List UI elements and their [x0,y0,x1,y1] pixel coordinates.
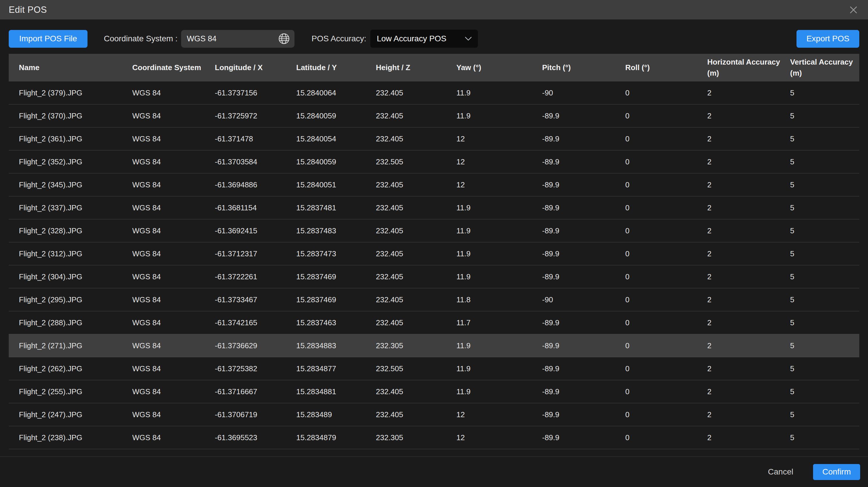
globe-icon[interactable] [278,32,290,45]
confirm-button[interactable]: Confirm [813,464,860,480]
cell-yaw: 11.9 [456,249,542,258]
cell-roll: 0 [625,387,707,396]
column-header-roll: Roll (°) [625,59,707,76]
cell-height-z: 232.305 [376,433,456,442]
cell-name: Flight_2 (255).JPG [9,387,132,396]
cell-horizontal-accuracy: 2 [707,433,790,442]
cell-pitch: -89.9 [542,226,625,235]
cell-vertical-accuracy: 5 [790,180,859,190]
close-icon[interactable] [848,4,859,16]
cell-roll: 0 [625,203,707,212]
import-pos-file-button[interactable]: Import POS File [9,30,88,48]
cell-vertical-accuracy: 5 [790,157,859,166]
cell-latitude-y: 15.2840059 [296,157,376,166]
cell-latitude-y: 15.2837469 [296,295,376,304]
table-row[interactable]: Flight_2 (370).JPGWGS 84-61.372597215.28… [9,105,859,127]
table-row[interactable]: Flight_2 (247).JPGWGS 84-61.370671915.28… [9,403,859,426]
cell-height-z: 232.305 [376,341,456,350]
cell-vertical-accuracy: 5 [790,135,859,143]
column-header-longitude-x: Longitude / X [215,59,296,76]
table-row[interactable]: Flight_2 (238).JPGWGS 84-61.369552315.28… [9,426,859,449]
cell-vertical-accuracy: 5 [790,410,859,419]
table-row[interactable]: Flight_2 (288).JPGWGS 84-61.374216515.28… [9,311,859,334]
cell-coordinate-system: WGS 84 [132,433,215,442]
cell-vertical-accuracy: 5 [790,203,859,212]
cell-vertical-accuracy: 5 [790,318,859,327]
cell-roll: 0 [625,88,707,97]
cell-name: Flight_2 (312).JPG [9,249,132,258]
cell-name: Flight_2 (262).JPG [9,364,132,373]
cell-yaw: 11.9 [456,364,542,373]
cell-longitude-x: -61.3681154 [215,203,296,212]
cell-coordinate-system: WGS 84 [132,387,215,396]
cell-longitude-x: -61.3695523 [215,433,296,442]
cell-coordinate-system: WGS 84 [132,364,215,373]
table-row[interactable]: Flight_2 (361).JPGWGS 84-61.37147815.284… [9,127,859,150]
cell-horizontal-accuracy: 2 [707,272,790,281]
cell-coordinate-system: WGS 84 [132,88,215,97]
cell-yaw: 12 [456,433,542,442]
cell-latitude-y: 15.2834881 [296,387,376,396]
cell-vertical-accuracy: 5 [790,433,859,442]
table-row[interactable]: Flight_2 (312).JPGWGS 84-61.371231715.28… [9,242,859,265]
cell-pitch: -89.9 [542,410,625,419]
cell-name: Flight_2 (295).JPG [9,295,132,304]
cell-longitude-x: -61.371478 [215,135,296,143]
cell-pitch: -89.9 [542,433,625,442]
cell-latitude-y: 15.2834879 [296,433,376,442]
cancel-button[interactable]: Cancel [763,464,798,480]
cell-latitude-y: 15.2840054 [296,135,376,143]
cell-longitude-x: -61.3694886 [215,180,296,190]
cell-latitude-y: 15.2834877 [296,364,376,373]
cell-longitude-x: -61.3737156 [215,88,296,97]
cell-height-z: 232.405 [376,295,456,304]
table-row[interactable]: Flight_2 (337).JPGWGS 84-61.368115415.28… [9,196,859,219]
cell-yaw: 11.9 [456,226,542,235]
table-row[interactable]: Flight_2 (262).JPGWGS 84-61.372538215.28… [9,357,859,380]
cell-name: Flight_2 (337).JPG [9,203,132,212]
cell-longitude-x: -61.3706719 [215,410,296,419]
page-title: Edit POS [9,5,47,15]
cell-name: Flight_2 (352).JPG [9,157,132,166]
table-row[interactable]: Flight_2 (379).JPGWGS 84-61.373715615.28… [9,82,859,105]
column-header-latitude-y: Latitude / Y [296,59,376,76]
cell-coordinate-system: WGS 84 [132,249,215,258]
cell-yaw: 11.9 [456,203,542,212]
cell-latitude-y: 15.2837469 [296,272,376,281]
pos-accuracy-select[interactable]: Low Accuracy POS [370,30,478,48]
pos-accuracy-label: POS Accuracy: [312,34,366,44]
cell-latitude-y: 15.2840051 [296,180,376,190]
cell-height-z: 232.405 [376,249,456,258]
cell-longitude-x: -61.3736629 [215,341,296,350]
cell-pitch: -89.9 [542,364,625,373]
cell-name: Flight_2 (379).JPG [9,88,132,97]
cell-vertical-accuracy: 5 [790,249,859,258]
cell-pitch: -89.9 [542,180,625,190]
cell-coordinate-system: WGS 84 [132,203,215,212]
table-row[interactable]: Flight_2 (352).JPGWGS 84-61.370358415.28… [9,150,859,173]
cell-coordinate-system: WGS 84 [132,135,215,143]
table-row[interactable]: Flight_2 (295).JPGWGS 84-61.373346715.28… [9,288,859,311]
cell-pitch: -90 [542,295,625,304]
cell-height-z: 232.405 [376,111,456,120]
export-pos-button[interactable]: Export POS [797,30,859,48]
cell-coordinate-system: WGS 84 [132,318,215,327]
table-row[interactable]: Flight_2 (345).JPGWGS 84-61.369488615.28… [9,173,859,196]
cell-longitude-x: -61.3725972 [215,111,296,120]
cell-name: Flight_2 (361).JPG [9,135,132,143]
cell-name: Flight_2 (288).JPG [9,318,132,327]
cell-latitude-y: 15.2837483 [296,226,376,235]
cell-pitch: -89.9 [542,135,625,143]
coordinate-system-input[interactable]: WGS 84 [181,30,294,48]
cell-latitude-y: 15.2834883 [296,341,376,350]
table-row[interactable]: Flight_2 (271).JPGWGS 84-61.373662915.28… [9,334,859,357]
cell-yaw: 12 [456,135,542,143]
table-row[interactable]: Flight_2 (255).JPGWGS 84-61.371666715.28… [9,380,859,403]
cell-height-z: 232.405 [376,180,456,190]
cell-pitch: -89.9 [542,341,625,350]
table-row[interactable]: Flight_2 (328).JPGWGS 84-61.369241515.28… [9,219,859,242]
cell-horizontal-accuracy: 2 [707,135,790,143]
table-row[interactable]: Flight_2 (304).JPGWGS 84-61.372226115.28… [9,265,859,288]
cell-roll: 0 [625,249,707,258]
cell-longitude-x: -61.3692415 [215,226,296,235]
